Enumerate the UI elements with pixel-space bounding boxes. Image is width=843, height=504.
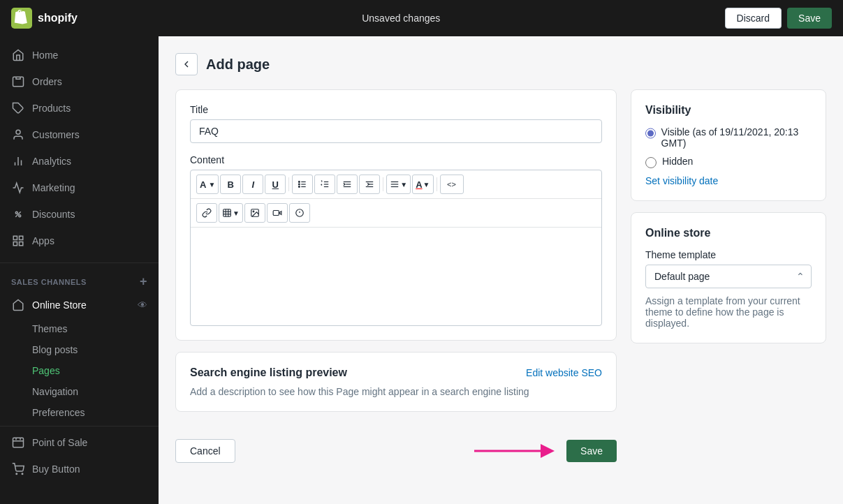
svg-rect-14 [13,438,24,447]
topbar-actions: Discard Save [725,8,832,29]
sidebar-divider [0,262,159,263]
svg-marker-47 [541,444,555,458]
online-store-icon [11,298,25,312]
save-button[interactable]: Save [566,440,617,462]
sidebar-home-label: Home [32,50,58,61]
color-dropdown[interactable]: A ▼ [412,175,433,194]
hidden-option: Hidden [645,156,812,168]
theme-select-wrapper: Default page Custom page ⌃ [645,265,812,288]
save-arrow-container: Save [474,437,617,465]
sidebar-sub-preferences[interactable]: Preferences [0,402,159,423]
home-icon [11,48,25,62]
sidebar-item-products[interactable]: Products [0,95,159,121]
sidebar-item-apps[interactable]: Apps [0,228,159,254]
orders-icon [11,75,25,89]
visible-radio[interactable] [645,128,656,139]
svg-rect-11 [20,236,23,239]
set-visibility-date-link[interactable]: Set visibility date [645,175,812,186]
discard-button[interactable]: Discard [725,8,782,29]
save-top-button[interactable]: Save [787,8,832,29]
sidebar-sub-navigation[interactable]: Navigation [0,381,159,402]
ol-button[interactable] [314,175,335,194]
svg-point-16 [22,473,23,475]
visibility-title: Visibility [645,104,812,117]
unsaved-changes-label: Unsaved changes [362,13,440,24]
toolbar-sep-3 [437,177,437,191]
sidebar-main-nav: Home Orders Products Customers [0,36,159,260]
seo-description-text: Add a description to see how this Page m… [190,386,602,397]
online-store-title: Online store [645,227,812,239]
sidebar-item-home[interactable]: Home [0,42,159,68]
sidebar-sub-themes[interactable]: Themes [0,318,159,339]
code-button[interactable]: <> [440,175,464,194]
format-dropdown[interactable]: A ▼ [196,175,219,194]
svg-rect-13 [20,242,23,246]
sidebar-item-marketing[interactable]: Marketing [0,175,159,201]
editor-toolbar-row1: A ▼ B I U [191,170,601,199]
sidebar-item-analytics[interactable]: Analytics [0,148,159,175]
topbar-left: shopify [11,8,78,29]
outdent-button[interactable] [337,175,358,194]
svg-point-15 [16,473,17,475]
theme-template-select[interactable]: Default page Custom page [645,265,812,288]
sidebar-products-label: Products [32,103,71,114]
title-input[interactable] [190,119,602,143]
special-char-button[interactable] [289,203,310,223]
back-button[interactable] [175,53,198,75]
sidebar-orders-label: Orders [32,76,62,87]
discounts-icon [11,207,25,221]
pink-arrow [474,437,558,465]
sidebar-marketing-label: Marketing [32,182,75,193]
analytics-icon [11,154,25,168]
theme-template-label: Theme template [645,249,812,260]
point-of-sale-label: Point of Sale [32,437,87,448]
svg-rect-1 [13,77,24,87]
sidebar-item-orders[interactable]: Orders [0,68,159,95]
align-dropdown[interactable]: ▼ [386,175,411,194]
svg-rect-12 [13,242,17,246]
link-button[interactable] [196,203,217,223]
svg-point-20 [299,181,300,183]
add-channel-icon[interactable]: + [140,274,147,289]
visibility-eye-icon[interactable]: 👁 [138,299,147,311]
svg-rect-35 [223,209,231,217]
main-column: Title Content A ▼ B I U [175,89,617,479]
toolbar-sep-1 [288,177,289,191]
sidebar-item-discounts[interactable]: Discounts [0,201,159,228]
bold-button[interactable]: B [220,175,241,194]
visibility-card: Visibility Visible (as of 19/11/2021, 20… [631,89,826,201]
table-dropdown[interactable]: ▼ [219,203,243,223]
online-store-label: Online Store [32,299,87,311]
side-column: Visibility Visible (as of 19/11/2021, 20… [631,89,826,479]
svg-point-41 [253,211,254,212]
sidebar-item-point-of-sale[interactable]: Point of Sale [0,429,159,456]
italic-button[interactable]: I [242,175,263,194]
image-button[interactable] [244,203,265,223]
visible-option: Visible (as of 19/11/2021, 20:13 GMT) [645,126,812,149]
svg-point-7 [15,212,17,214]
sidebar-item-buy-button[interactable]: Buy Button [0,456,159,482]
sidebar-item-customers[interactable]: Customers [0,121,159,148]
editor-toolbar-row2: ▼ [191,199,601,228]
video-button[interactable] [267,203,288,223]
title-label: Title [190,104,602,115]
hidden-radio[interactable] [645,157,657,168]
sidebar-item-online-store[interactable]: Online Store 👁 [0,292,159,318]
sidebar-customers-label: Customers [32,129,80,140]
online-store-sub-nav: Themes Blog posts Pages Navigation Prefe… [0,318,159,423]
shopify-logo-icon [11,8,32,29]
edit-seo-link[interactable]: Edit website SEO [526,367,602,378]
toolbar-sep-2 [383,177,383,191]
template-description: Assign a template from your current them… [645,295,812,329]
svg-point-21 [299,184,300,185]
underline-button[interactable]: U [265,175,286,194]
sidebar: Home Orders Products Customers [0,36,159,504]
ul-button[interactable] [292,175,313,194]
editor-body[interactable] [191,228,601,325]
cancel-button[interactable]: Cancel [175,439,235,463]
layout: Home Orders Products Customers [0,36,843,504]
sidebar-sub-pages[interactable]: Pages [0,360,159,381]
indent-button[interactable] [359,175,380,194]
svg-point-8 [19,215,21,217]
sidebar-sub-blog-posts[interactable]: Blog posts [0,339,159,360]
